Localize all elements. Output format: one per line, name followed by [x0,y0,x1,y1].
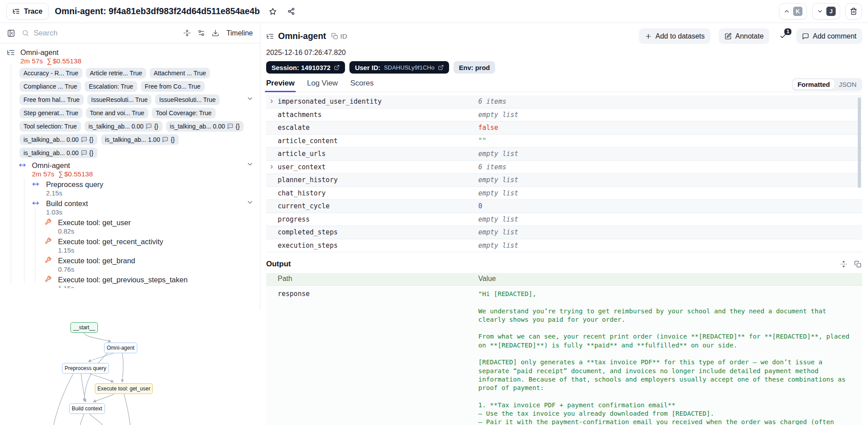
tree-node[interactable]: Omni-agent2m 57s∑$0.55138 [0,161,260,178]
delete-trace-button[interactable] [845,3,862,19]
preview-content: impersonated_user_identity6 itemsattachm… [266,95,862,425]
score-badge[interactable]: Tone and voi... True [86,108,148,118]
input-row: progressempty list [266,213,862,226]
score-badge[interactable]: is_talking_ab... 0.00{} [85,121,163,132]
timeline-toggle[interactable]: Timeline [226,29,253,37]
input-row: planner_historyempty list [266,174,862,187]
prev-trace-button[interactable]: K [779,3,807,19]
collapse-all-icon[interactable] [183,29,191,37]
input-row: current_cycle0 [266,200,862,213]
next-trace-button[interactable]: J [812,3,840,19]
expand-all-icon[interactable] [840,261,847,268]
share-button[interactable] [285,5,298,18]
format-formatted-option[interactable]: Formatted [793,79,834,90]
output-table-header: Path Value [266,273,862,285]
input-row: completed_stepsempty list [266,226,862,239]
tab-log-view[interactable]: Log View [307,79,338,92]
tree-node[interactable]: Execute tool: get_brand0.76s [0,256,260,273]
external-link-icon [334,65,340,70]
copy-icon [331,33,338,39]
score-badge[interactable]: Escalation: True [85,81,137,92]
annotate-queue-button[interactable]: 1 [779,32,787,40]
tree-node-duration: 1.03s [46,208,260,216]
agent-graph: __start__Omni-agentPreprocess queryExecu… [0,310,260,425]
tree-node-label: Build context [46,199,260,208]
score-badge[interactable]: Compliance ... True [19,81,81,92]
input-row-value: 0 [478,202,482,210]
score-badge[interactable]: Accuracy - R... True [19,68,82,78]
chevron-right-icon[interactable] [269,164,275,170]
tree-settings-icon[interactable] [198,29,205,37]
score-badge[interactable]: is_talking_ab... 0.00{} [19,134,97,145]
score-badge[interactable]: Attachment ... True [150,68,210,78]
tree-node[interactable]: Execute tool: get_previous_steps_taken1.… [0,275,260,288]
share-icon [287,8,295,15]
list-tree-icon [12,8,20,15]
score-badge[interactable]: Tool Coverage: True [152,108,216,118]
input-row: article_content"" [266,135,862,148]
list-tree-icon [7,48,15,57]
tree-node-duration: 0.76s [58,265,260,273]
tab-scores[interactable]: Scores [350,79,374,92]
annotate-button[interactable]: Annotate [719,28,769,44]
input-row-value: empty list [478,176,518,184]
input-row-key: escalate [278,124,310,132]
tree-node[interactable]: Build context1.03s [0,199,260,216]
trace-type-button[interactable]: Trace [6,3,49,19]
graph-node[interactable]: Omni-agent [104,343,137,353]
session-badge[interactable]: Session: 14910372 [266,61,345,74]
tree-node-label: Execute tool: get_brand [58,256,260,265]
input-table: impersonated_user_identity6 itemsattachm… [266,95,862,252]
input-row-value: 6 items [478,97,506,105]
shortcut-k-key: K [793,7,802,16]
score-badge[interactable]: Step generat... True [19,108,82,118]
wrench-icon [45,238,51,244]
output-section-header: Output [266,260,862,269]
score-badge[interactable]: Free from Co... True [141,81,205,92]
score-badge[interactable]: is_talking_ab... 0.00{} [19,148,97,158]
score-badge[interactable]: is_talking_ab... 0.00{} [166,121,244,132]
search-input[interactable]: Search [22,29,177,38]
download-icon[interactable] [212,29,219,37]
graph-node[interactable]: Build context [69,403,105,414]
add-to-datasets-button[interactable]: Add to datasets [639,28,710,44]
span-arrows-icon [32,199,39,207]
format-json-option[interactable]: JSON [834,79,861,90]
value-column-header: Value [478,275,496,283]
chevron-right-icon[interactable] [269,98,275,104]
tab-preview[interactable]: Preview [266,79,294,92]
tree-node[interactable]: Execute tool: get_recent_activity1.15s [0,237,260,254]
speech-bubble-icon [802,33,809,40]
input-row-key: attachments [278,111,322,119]
chevron-down-icon [817,8,823,15]
id-label: ID [340,32,347,40]
copy-output-icon[interactable] [854,261,861,268]
tree-node-label: Omni-agent [20,48,260,57]
trace-detail-page: Trace Omni-agent: 9f4a81eb3df983f24d64d5… [0,0,868,425]
graph-node[interactable]: Preprocess query [62,363,109,374]
graph-node[interactable]: __start__ [70,322,98,333]
search-icon [22,29,29,37]
tree-node-label: Execute tool: get_previous_steps_taken [58,275,260,284]
graph-node[interactable]: Execute tool: get_user [95,383,153,394]
tree-node[interactable]: Preprocess query2.15s [0,180,260,197]
bookmark-button[interactable] [266,5,279,18]
score-badge[interactable]: Article retrie... True [86,68,146,78]
tree-node-root[interactable]: Omni-agent 2m 57s∑$0.55138 Accuracy - R.… [0,48,260,158]
score-badge[interactable]: IssueResoluti... True [155,94,220,105]
score-badge[interactable]: Free from hal... True [19,94,84,105]
tree-node[interactable]: Execute tool: get_user0.82s [0,218,260,235]
format-toggle: Formatted JSON [792,78,862,91]
score-badge[interactable]: Tool selection: True [19,121,81,132]
tree-node-duration: 0.82s [58,227,260,235]
observation-title: Omni-agent [278,31,326,41]
user-id-badge[interactable]: User ID: SDAHUSLy9f1CHo [349,61,449,74]
collapse-sidebar-button[interactable] [7,29,15,37]
span-arrows-icon [32,180,39,188]
add-comment-button[interactable]: Add comment [796,28,862,44]
vertical-scrollbar[interactable] [858,97,861,188]
score-badge[interactable]: IssueResoluti... True [87,94,152,105]
copy-id-button[interactable]: ID [331,32,347,40]
input-row: user_context6 items [266,161,862,174]
score-badge[interactable]: is_talking_ab... 1.00{} [101,134,179,145]
